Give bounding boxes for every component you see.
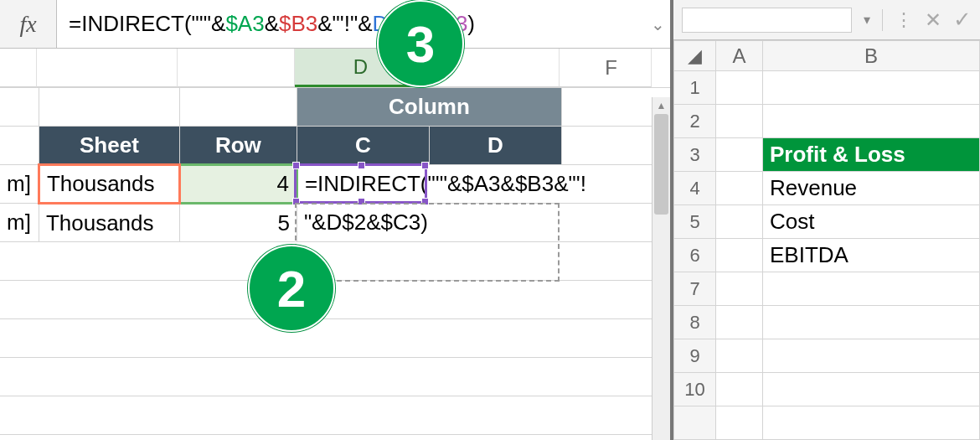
dropdown-icon[interactable]: ▾	[864, 12, 870, 28]
cell-sheet-0[interactable]: Thousands	[39, 165, 179, 204]
cell-a10[interactable]	[716, 373, 763, 406]
header-d: D	[429, 127, 561, 165]
cell-b6[interactable]: EBITDA	[763, 239, 980, 272]
right-table: ◢ A B 1 2 3Profit & Loss 4Revenue 5Cost …	[673, 40, 980, 440]
column-headers: D F	[0, 49, 670, 87]
vertical-scrollbar[interactable]: ▲	[652, 97, 670, 440]
cell-sheet-1[interactable]: Thousands	[39, 204, 179, 242]
name-box[interactable]	[682, 8, 852, 33]
column-group-header: Column	[297, 88, 561, 127]
formula-bar: fx =INDIRECT("'"& $A3 & $B3 &"'!"& D $2 …	[0, 0, 670, 49]
formula-text: =INDIRECT("'"&	[69, 11, 225, 37]
cell-b7[interactable]	[763, 272, 980, 306]
row-header-1[interactable]: 1	[674, 71, 716, 105]
cell-a7[interactable]	[716, 272, 763, 306]
col-header-b-right[interactable]: B	[763, 41, 980, 71]
cell-b4[interactable]: Revenue	[763, 172, 980, 205]
left-worksheet: D F Column Sheet Row C D m] Thousands 4 …	[0, 49, 670, 440]
scrollbar-thumb[interactable]	[654, 114, 668, 215]
row-stub-0: m]	[0, 165, 39, 204]
scroll-up-icon[interactable]: ▲	[652, 97, 670, 114]
header-row: Row	[179, 127, 297, 165]
row-header-7[interactable]: 7	[674, 272, 716, 306]
cell-row-1[interactable]: 5	[179, 204, 297, 242]
cell-b5[interactable]: Cost	[763, 205, 980, 239]
cell-a9[interactable]	[716, 339, 763, 373]
expand-formula-icon[interactable]: ⌄	[651, 14, 665, 34]
menu-dots-icon[interactable]: ⋮	[895, 9, 913, 31]
annotation-circle-3: 3	[377, 0, 464, 87]
col-header-blank[interactable]	[0, 49, 37, 87]
formula-cell-line2[interactable]: "&D$2&$C3)	[297, 204, 670, 242]
row-header-2[interactable]: 2	[674, 105, 716, 138]
row-header-5[interactable]: 5	[674, 205, 716, 239]
cell-b9[interactable]	[763, 339, 980, 373]
cell-a3[interactable]	[716, 138, 763, 172]
row-header-8[interactable]: 8	[674, 306, 716, 339]
row-header-11[interactable]	[674, 406, 716, 440]
row-header-9[interactable]: 9	[674, 339, 716, 373]
cell-b1[interactable]	[763, 71, 980, 105]
header-c: C	[297, 127, 429, 165]
cell-a6[interactable]	[716, 239, 763, 272]
cell-b2[interactable]	[763, 105, 980, 138]
cell-row-0[interactable]: 4	[179, 165, 297, 204]
cell-b3-header[interactable]: Profit & Loss	[763, 138, 980, 172]
cell-b10[interactable]	[763, 373, 980, 406]
header-sheet: Sheet	[39, 127, 179, 165]
cell-a8[interactable]	[716, 306, 763, 339]
row-header-10[interactable]: 10	[674, 373, 716, 406]
cancel-icon[interactable]: ✕	[925, 8, 941, 32]
right-formula-bar: ▾ ⋮ ✕ ✓	[673, 0, 980, 40]
col-header-a[interactable]	[37, 49, 178, 87]
select-all-corner[interactable]: ◢	[674, 41, 716, 71]
row-header-3[interactable]: 3	[674, 138, 716, 172]
cell-a5[interactable]	[716, 205, 763, 239]
ref-a3: $A3	[225, 11, 264, 37]
col-header-b[interactable]	[178, 49, 295, 87]
cell-a1[interactable]	[716, 71, 763, 105]
cell-a4[interactable]	[716, 172, 763, 205]
fx-icon[interactable]: fx	[0, 0, 57, 49]
cell-b8[interactable]	[763, 306, 980, 339]
cell-a2[interactable]	[716, 105, 763, 138]
formula-input[interactable]: =INDIRECT("'"& $A3 & $B3 &"'!"& D $2 & $…	[57, 0, 670, 48]
col-header-f[interactable]: F	[560, 49, 652, 87]
formula-cell-line1[interactable]: =INDIRECT("'"&$A3&$B3&"'!	[297, 165, 670, 204]
row-header-6[interactable]: 6	[674, 239, 716, 272]
confirm-icon[interactable]: ✓	[953, 7, 972, 33]
annotation-circle-2: 2	[248, 245, 335, 332]
data-table: Column Sheet Row C D m] Thousands 4 =IND…	[0, 87, 670, 440]
ref-b3: $B3	[279, 11, 317, 37]
right-worksheet: ▾ ⋮ ✕ ✓ ◢ A B 1 2 3Profit & Loss 4Revenu…	[673, 0, 980, 440]
row-header-4[interactable]: 4	[674, 172, 716, 205]
row-stub-1: m]	[0, 204, 39, 242]
col-header-a-right[interactable]: A	[716, 41, 763, 71]
